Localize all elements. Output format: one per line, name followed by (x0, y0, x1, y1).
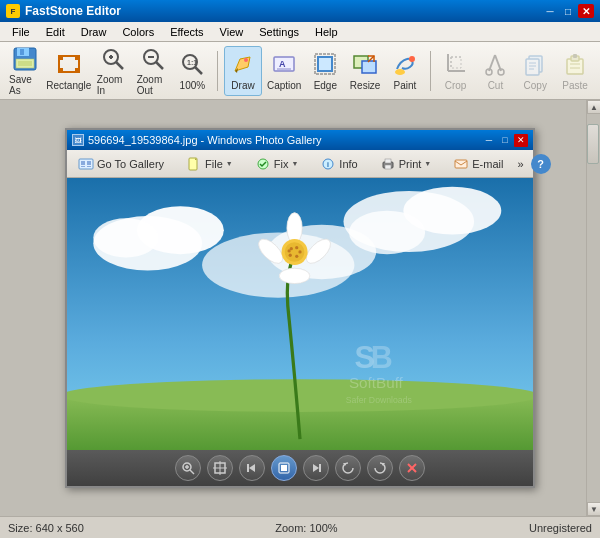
cut-button[interactable]: Cut (477, 46, 515, 96)
title-bar: F FastStone Editor ─ □ ✕ (0, 0, 600, 22)
photo-display: S B SoftBuff Safer Downloads (67, 178, 533, 450)
edge-button[interactable]: Edge (306, 46, 344, 96)
caption-label: Caption (267, 80, 301, 91)
slideshow-button[interactable] (271, 455, 297, 481)
svg-text:B: B (371, 340, 393, 374)
zoom-100-button[interactable]: 1:1 100% (173, 46, 211, 96)
info-label: Info (339, 158, 357, 170)
file-menu-button[interactable]: File ▼ (179, 153, 240, 175)
email-label: E-mail (472, 158, 503, 170)
save-as-button[interactable]: Save As (6, 46, 44, 96)
email-button[interactable]: E-mail (446, 153, 510, 175)
rectangle-button[interactable]: Rectangle (46, 46, 92, 96)
svg-rect-9 (75, 68, 79, 72)
rotate-ccw-button[interactable] (335, 455, 361, 481)
photo-svg: S B SoftBuff Safer Downloads (67, 178, 533, 450)
draw-button[interactable]: Draw (224, 46, 262, 96)
previous-button[interactable] (239, 455, 265, 481)
zoom-control-button[interactable] (175, 455, 201, 481)
scroll-track (587, 114, 600, 502)
minimize-button[interactable]: ─ (542, 4, 558, 18)
scroll-down-button[interactable]: ▼ (587, 502, 600, 516)
menu-colors[interactable]: Colors (114, 24, 162, 40)
draw-icon (229, 50, 257, 78)
more-tools-button[interactable]: » (512, 153, 528, 175)
print-dropdown-arrow: ▼ (424, 160, 431, 167)
copy-button[interactable]: Copy (516, 46, 554, 96)
svg-point-29 (409, 56, 415, 62)
fix-dropdown-arrow: ▼ (291, 160, 298, 167)
svg-rect-40 (526, 59, 539, 75)
zoom-100-label: 100% (180, 80, 206, 91)
print-button[interactable]: Print ▼ (373, 153, 439, 175)
menu-file[interactable]: File (4, 24, 38, 40)
photo-app-icon: 🖼 (72, 134, 84, 146)
delete-button[interactable] (399, 455, 425, 481)
photo-maximize-btn[interactable]: □ (498, 134, 512, 147)
svg-marker-105 (313, 464, 319, 472)
caption-button[interactable]: A Caption (264, 46, 304, 96)
zoom-out-button[interactable]: Zoom Out (134, 46, 172, 96)
go-to-gallery-button[interactable]: Go To Gallery (71, 153, 171, 175)
maximize-button[interactable]: □ (560, 4, 576, 18)
crop-button[interactable]: Crop (437, 46, 475, 96)
svg-point-65 (93, 218, 158, 257)
toolbar-separator-1 (217, 51, 218, 91)
next-button[interactable] (303, 455, 329, 481)
svg-rect-61 (455, 160, 467, 168)
rotate-cw-button[interactable] (367, 455, 393, 481)
svg-rect-6 (59, 56, 63, 60)
svg-line-16 (156, 62, 163, 69)
zoom-in-label: Zoom In (97, 74, 129, 96)
fix-button[interactable]: Fix ▼ (248, 153, 306, 175)
menu-effects[interactable]: Effects (162, 24, 211, 40)
fix-label: Fix (274, 158, 289, 170)
svg-point-88 (287, 249, 290, 252)
photo-window-title: 596694_19539864.jpg - Windows Photo Gall… (88, 134, 482, 146)
menu-view[interactable]: View (212, 24, 252, 40)
svg-line-96 (190, 470, 194, 474)
status-zoom: Zoom: 100% (275, 522, 337, 534)
zoom-in-button[interactable]: Zoom In (94, 46, 132, 96)
file-dropdown-arrow: ▼ (226, 160, 233, 167)
svg-text:i: i (327, 161, 329, 168)
fit-control-button[interactable] (207, 455, 233, 481)
svg-point-20 (244, 58, 248, 62)
resize-button[interactable]: Resize (346, 46, 384, 96)
photo-close-btn[interactable]: ✕ (514, 134, 528, 147)
svg-rect-7 (75, 56, 79, 60)
svg-line-13 (116, 62, 123, 69)
status-registration: Unregistered (529, 522, 592, 534)
toolbar-separator-2 (430, 51, 431, 91)
menu-help[interactable]: Help (307, 24, 346, 40)
save-as-label: Save As (9, 74, 41, 96)
scroll-up-button[interactable]: ▲ (587, 100, 600, 114)
edge-label: Edge (314, 80, 337, 91)
rectangle-label: Rectangle (46, 80, 91, 91)
menu-settings[interactable]: Settings (251, 24, 307, 40)
photo-minimize-btn[interactable]: ─ (482, 134, 496, 147)
paint-button[interactable]: Paint (386, 46, 424, 96)
help-button[interactable]: ? (531, 154, 551, 174)
svg-rect-34 (451, 57, 461, 68)
info-button[interactable]: i Info (313, 153, 364, 175)
paste-button[interactable]: Paste (556, 46, 594, 96)
go-to-gallery-label: Go To Gallery (97, 158, 164, 170)
cut-icon (481, 50, 509, 78)
menu-edit[interactable]: Edit (38, 24, 73, 40)
zoom-100-icon: 1:1 (178, 50, 206, 78)
svg-rect-104 (319, 464, 321, 472)
crop-icon (442, 50, 470, 78)
menu-draw[interactable]: Draw (73, 24, 115, 40)
menu-bar: File Edit Draw Colors Effects View Setti… (0, 22, 600, 42)
main-toolbar: Save As Rectangle (0, 42, 600, 100)
svg-text:SoftBuff: SoftBuff (349, 374, 404, 391)
svg-point-86 (295, 255, 298, 258)
svg-point-28 (395, 69, 405, 75)
close-button[interactable]: ✕ (578, 4, 594, 18)
svg-marker-101 (249, 464, 255, 472)
scroll-thumb[interactable] (587, 124, 599, 164)
photo-title-bar: 🖼 596694_19539864.jpg - Windows Photo Ga… (67, 130, 533, 150)
svg-text:Safer Downloads: Safer Downloads (346, 395, 413, 405)
resize-icon (351, 50, 379, 78)
